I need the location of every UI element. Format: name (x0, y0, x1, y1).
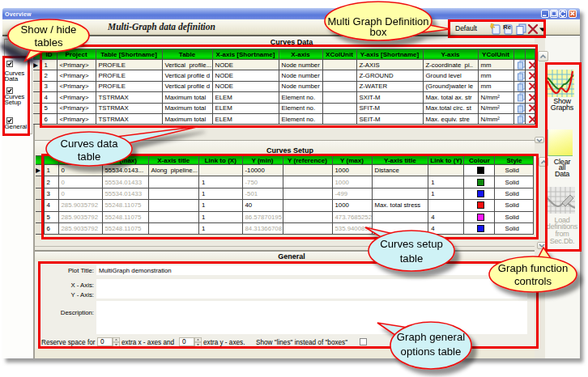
svg-text:Graph function: Graph function (498, 262, 569, 274)
svg-text:table: table (78, 150, 101, 163)
svg-text:controls: controls (514, 275, 552, 287)
svg-text:tables: tables (34, 36, 63, 49)
svg-text:table: table (400, 252, 424, 265)
svg-text:box: box (370, 26, 387, 38)
svg-text:Show / hide: Show / hide (21, 23, 77, 36)
svg-text:Curves setup: Curves setup (380, 238, 443, 250)
svg-text:options table: options table (401, 345, 462, 358)
svg-text:Graph general: Graph general (397, 331, 465, 343)
svg-text:Curves data: Curves data (60, 138, 118, 150)
